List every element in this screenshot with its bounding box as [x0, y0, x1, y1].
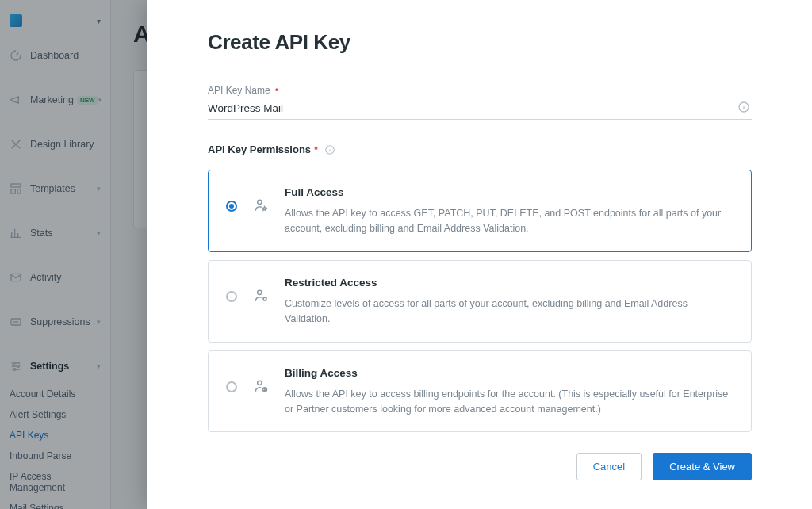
- option-desc: Allows the API key to access billing end…: [285, 387, 733, 418]
- svg-point-10: [258, 200, 262, 204]
- option-full-access[interactable]: Full Access Allows the API key to access…: [208, 170, 752, 252]
- create-api-key-modal: Create API Key API Key Name• API Key Per…: [147, 0, 812, 509]
- create-view-button[interactable]: Create & View: [653, 453, 752, 480]
- option-desc: Customize levels of access for all parts…: [285, 297, 733, 327]
- api-key-name-input[interactable]: [208, 98, 752, 120]
- info-icon[interactable]: [324, 144, 335, 155]
- permissions-label: API Key Permissions*: [208, 144, 752, 155]
- svg-point-13: [258, 381, 262, 385]
- user-star-icon: [253, 197, 269, 213]
- option-billing-access[interactable]: Billing Access Allows the API key to acc…: [208, 350, 752, 433]
- radio-icon: [226, 291, 237, 302]
- option-title: Full Access: [285, 186, 733, 198]
- modal-title: Create API Key: [208, 30, 752, 55]
- option-restricted-access[interactable]: Restricted Access Customize levels of ac…: [208, 260, 752, 343]
- option-title: Billing Access: [285, 367, 733, 379]
- api-key-name-label: API Key Name•: [208, 85, 752, 96]
- cancel-button[interactable]: Cancel: [576, 453, 642, 480]
- required-marker: •: [275, 85, 278, 96]
- permission-options: Full Access Allows the API key to access…: [208, 170, 752, 432]
- user-dollar-icon: [253, 378, 269, 394]
- modal-actions: Cancel Create & View: [208, 453, 752, 480]
- option-title: Restricted Access: [285, 277, 733, 289]
- svg-point-11: [258, 290, 262, 294]
- option-desc: Allows the API key to access GET, PATCH,…: [285, 206, 733, 237]
- radio-icon: [226, 201, 237, 212]
- radio-icon: [226, 381, 237, 392]
- user-gear-icon: [253, 288, 269, 304]
- svg-point-12: [263, 297, 266, 300]
- info-icon[interactable]: [737, 101, 750, 113]
